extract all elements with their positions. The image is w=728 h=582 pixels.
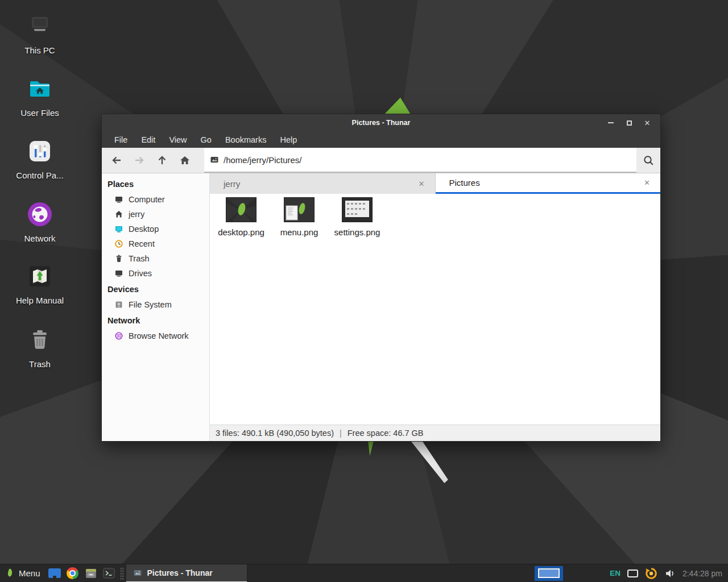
menu-edit[interactable]: Edit: [135, 133, 161, 147]
recent-clock-icon: [114, 239, 123, 248]
speaker-icon: [664, 568, 676, 579]
chrome-launcher[interactable]: [65, 566, 80, 581]
tab-pictures[interactable]: Pictures ✕: [436, 173, 661, 194]
sidebar-item-label: File System: [129, 300, 172, 309]
tab-close-icon[interactable]: ✕: [416, 178, 427, 189]
desktop-icon-trash[interactable]: Trash: [10, 324, 69, 383]
menu-help[interactable]: Help: [274, 133, 303, 147]
file-manager-launcher[interactable]: [84, 566, 98, 581]
menu-button[interactable]: Menu: [5, 568, 44, 579]
file-item-desktop-png[interactable]: desktop.png: [212, 197, 270, 237]
network-globe-icon: [26, 201, 53, 228]
desktop-monitor-icon: [114, 225, 123, 234]
desktop-icon-control-panel[interactable]: Control Pa...: [10, 135, 69, 194]
taskbar: Menu: [0, 564, 728, 582]
back-arrow-icon: [111, 155, 122, 166]
clock[interactable]: 2:44:28 pm: [682, 569, 722, 578]
window-title: Pictures - Thunar: [102, 119, 660, 127]
update-refresh-icon: [645, 567, 657, 580]
sidebar-header-places: Places: [102, 176, 209, 192]
menu-file[interactable]: File: [109, 133, 133, 147]
desktop-icon-label: User Files: [20, 108, 59, 118]
show-desktop-button[interactable]: [47, 566, 62, 581]
sidebar-header-devices: Devices: [102, 281, 209, 297]
desktop-icon-label: Trash: [29, 359, 51, 369]
workspace-1[interactable]: [538, 568, 560, 578]
forward-arrow-icon: [134, 155, 145, 166]
home-icon: [179, 155, 191, 166]
menu-button-label: Menu: [19, 568, 40, 578]
volume-tray[interactable]: [664, 568, 676, 579]
maximize-button[interactable]: [624, 118, 634, 128]
search-button[interactable]: [636, 148, 660, 173]
sidebar-item-jerry[interactable]: jerry: [102, 207, 209, 222]
trash-icon: [114, 254, 123, 263]
update-manager-tray[interactable]: [645, 567, 657, 580]
home-button[interactable]: [173, 149, 196, 171]
sidebar-item-label: Browse Network: [129, 331, 189, 340]
task-label: Pictures - Thunar: [147, 568, 213, 577]
home-icon: [114, 210, 123, 219]
image-thumbnail: [342, 197, 373, 222]
control-panel-icon: [26, 138, 53, 165]
sidebar-item-desktop[interactable]: Desktop: [102, 222, 209, 236]
sidebar-item-label: jerry: [129, 210, 144, 219]
file-item-menu-png[interactable]: menu.png: [270, 197, 328, 237]
file-view[interactable]: desktop.png menu.png: [210, 194, 660, 425]
file-name: desktop.png: [218, 227, 264, 237]
image-thumbnail: [284, 197, 315, 222]
desktop-icon-label: This PC: [24, 45, 55, 55]
panel-handle[interactable]: [120, 567, 124, 580]
sidebar-item-label: Trash: [129, 254, 150, 263]
sidebar-item-trash[interactable]: Trash: [102, 251, 209, 266]
desktop-icon-user-files[interactable]: User Files: [10, 73, 69, 132]
window-titlebar[interactable]: Pictures - Thunar ✕: [102, 114, 660, 131]
terminal-icon: [103, 567, 115, 579]
forward-button[interactable]: [128, 149, 151, 171]
desktop-wallpaper: This PC User Files Control Pa...: [0, 0, 728, 582]
sidebar-item-label: Computer: [129, 195, 165, 204]
task-window-icon: [133, 568, 142, 577]
desktop-icon-label: Control Pa...: [16, 171, 63, 180]
desktop-icon-network[interactable]: Network: [10, 198, 69, 257]
address-path[interactable]: /home/jerry/Pictures/: [224, 155, 302, 165]
desktop-icon-help-manual[interactable]: Help Manual: [10, 260, 69, 319]
address-bar[interactable]: /home/jerry/Pictures/: [204, 148, 636, 173]
thunar-window: Pictures - Thunar ✕ File Edit View Go Bo…: [101, 114, 661, 442]
sidebar-header-network: Network: [102, 312, 209, 329]
menubar: File Edit View Go Bookmarks Help: [102, 131, 660, 148]
sidebar-item-label: Drives: [129, 269, 152, 278]
tab-close-icon[interactable]: ✕: [642, 177, 652, 188]
workspace-switcher[interactable]: [535, 566, 563, 581]
menu-view[interactable]: View: [163, 133, 192, 147]
close-button[interactable]: ✕: [642, 118, 652, 128]
tab-label: jerry: [224, 179, 416, 189]
sidebar-item-computer[interactable]: Computer: [102, 192, 209, 207]
desktop-icon-this-pc[interactable]: This PC: [10, 10, 69, 69]
status-separator: |: [340, 429, 342, 438]
file-item-settings-png[interactable]: settings.png: [328, 197, 386, 237]
up-button[interactable]: [151, 149, 173, 171]
drives-icon: [114, 269, 123, 278]
terminal-launcher[interactable]: [102, 566, 117, 581]
chrome-icon: [67, 567, 78, 579]
sidebar: Places Computer jerry: [102, 173, 210, 441]
menu-bookmarks[interactable]: Bookmarks: [220, 133, 272, 147]
menu-go[interactable]: Go: [195, 133, 217, 147]
sidebar-item-browse-network[interactable]: Browse Network: [102, 329, 209, 343]
home-folder-icon: [26, 75, 53, 102]
wallpaper-green-triangle: [380, 97, 413, 115]
help-manual-icon: [26, 263, 53, 290]
tab-label: Pictures: [449, 178, 642, 188]
desktop-icon-label: Network: [24, 234, 55, 243]
keyboard-icon[interactable]: [627, 569, 638, 577]
status-bar: 3 files: 490.1 kB (490,050 bytes) | Free…: [210, 425, 660, 441]
back-button[interactable]: [105, 149, 128, 171]
sidebar-item-drives[interactable]: Drives: [102, 266, 209, 281]
minimize-button[interactable]: [606, 118, 616, 128]
tab-jerry[interactable]: jerry ✕: [210, 173, 436, 194]
sidebar-item-file-system[interactable]: File System: [102, 297, 209, 312]
sidebar-item-recent[interactable]: Recent: [102, 236, 209, 251]
keyboard-layout-indicator[interactable]: EN: [610, 569, 621, 577]
taskbar-task-thunar[interactable]: Pictures - Thunar: [126, 564, 247, 582]
